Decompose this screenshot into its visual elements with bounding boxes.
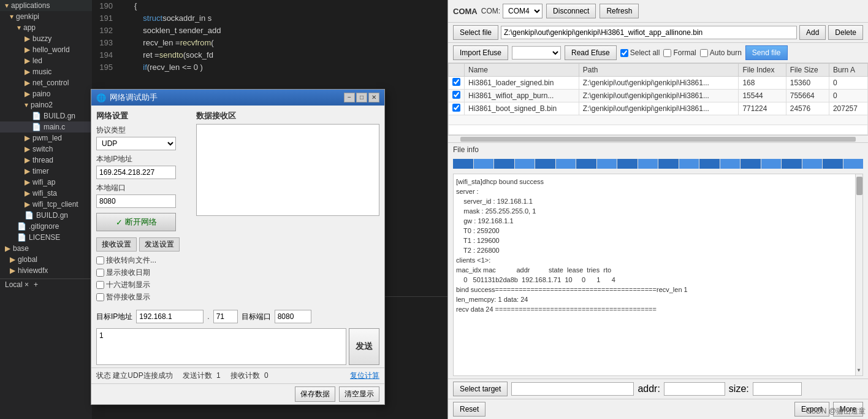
- target-ip-label: 目标IP地址: [96, 312, 132, 322]
- sidebar-item-net_control[interactable]: ▶ net_control: [0, 77, 92, 88]
- log-area[interactable]: [wifi_sta]dhcp bound success server : se…: [453, 174, 863, 376]
- file-info-section: File info: [448, 143, 868, 156]
- com-port-select[interactable]: COM4: [503, 4, 542, 18]
- hex-display-checkbox[interactable]: [96, 281, 104, 289]
- row-checkbox-1[interactable]: [452, 78, 460, 86]
- sidebar-local-tab[interactable]: Local × +: [0, 279, 92, 290]
- read-efuse-button[interactable]: Read Efuse: [565, 45, 617, 60]
- sidebar-item-build-gn-1[interactable]: 📄 BUILD.gn: [0, 110, 92, 121]
- sidebar-item-app[interactable]: ▾ app: [0, 22, 92, 33]
- sidebar-item-wifi_tcp_client[interactable]: ▶ wifi_tcp_client: [0, 199, 92, 210]
- sidebar-item-base[interactable]: ▶ base: [0, 243, 92, 254]
- progress-seg-18: [802, 159, 823, 169]
- file-path-input[interactable]: [501, 26, 797, 39]
- refresh-button[interactable]: Refresh: [600, 4, 639, 18]
- coma-file-row: Select file Add Delete: [448, 23, 868, 43]
- protocol-group: 协议类型 UDP: [96, 125, 191, 150]
- local-port-input[interactable]: [96, 194, 176, 208]
- show-date-checkbox[interactable]: [96, 269, 104, 277]
- tree-label: genkipi: [16, 12, 39, 21]
- dialog-title: 网络调试助手: [110, 92, 158, 103]
- row-checkbox-3[interactable]: [452, 104, 460, 112]
- tree-label: hiviewdfx: [18, 266, 48, 275]
- sidebar-item-build-gn-2[interactable]: 📄 BUILD.gn: [0, 210, 92, 221]
- sidebar-item-led[interactable]: ▶ led: [0, 55, 92, 66]
- send-textarea[interactable]: 1: [96, 328, 346, 365]
- row-checkbox-2[interactable]: [452, 91, 460, 99]
- sidebar-item-wifi_sta[interactable]: ▶ wifi_sta: [0, 188, 92, 199]
- efuse-path-select[interactable]: [512, 46, 561, 60]
- send-file-button[interactable]: Send file: [745, 45, 788, 60]
- log-line: [wifi_sta]dhcp bound success: [456, 177, 851, 186]
- log-line: T1 : 129600: [456, 236, 851, 245]
- import-efuse-button[interactable]: Import Efuse: [453, 45, 508, 60]
- send-button[interactable]: 发送: [349, 328, 379, 365]
- sidebar-item-timer[interactable]: ▶ timer: [0, 166, 92, 177]
- save-data-button[interactable]: 保存数据: [295, 386, 335, 402]
- sidebar-item-pwm_led[interactable]: ▶ pwm_led: [0, 133, 92, 144]
- sidebar-item-switch[interactable]: ▶ switch: [0, 144, 92, 155]
- pause-display-checkbox[interactable]: [96, 293, 104, 301]
- sidebar-item-applications[interactable]: ▾ applications: [0, 0, 92, 11]
- target-port-input[interactable]: [275, 310, 311, 323]
- sidebar-item-paino2[interactable]: ▾ paino2: [0, 99, 92, 110]
- bottom-bar: Select target addr: size:: [448, 379, 868, 399]
- hex-display-checkbox-label[interactable]: 十六进制显示: [96, 280, 191, 290]
- progress-seg-11: [658, 159, 679, 169]
- sidebar-item-global[interactable]: ▶ global: [0, 254, 92, 265]
- disconnect-button[interactable]: Disconnect: [546, 4, 596, 18]
- addr-input[interactable]: [664, 382, 725, 396]
- sidebar-item-genkipi[interactable]: ▾ genkipi: [0, 11, 92, 22]
- folder-icon: ▶: [25, 56, 30, 65]
- reset-button[interactable]: Reset: [453, 402, 485, 417]
- log-scrollbar[interactable]: ▲ ▼: [855, 174, 862, 375]
- sidebar-item-wifi_ap[interactable]: ▶ wifi_ap: [0, 177, 92, 188]
- select-target-button[interactable]: Select target: [453, 382, 508, 396]
- tab-receive-settings[interactable]: 接收设置: [96, 237, 137, 252]
- select-all-checkbox[interactable]: [620, 49, 628, 57]
- tab-send-settings[interactable]: 发送设置: [139, 237, 180, 252]
- pause-display-checkbox-label[interactable]: 暂停接收显示: [96, 292, 191, 302]
- sidebar-item-buzzy[interactable]: ▶ buzzy: [0, 33, 92, 44]
- sidebar-item-hello_world[interactable]: ▶ hello_world: [0, 44, 92, 55]
- horizontal-scrollbar[interactable]: [448, 136, 868, 143]
- redirect-file-checkbox[interactable]: [96, 256, 104, 264]
- clear-display-button[interactable]: 清空显示: [339, 386, 379, 402]
- minimize-button[interactable]: −: [344, 93, 355, 102]
- scrollbar-thumb[interactable]: [460, 137, 856, 142]
- scroll-thumb[interactable]: [856, 177, 862, 195]
- protocol-select[interactable]: UDP: [96, 137, 176, 150]
- auto-burn-checkbox-label[interactable]: Auto burn: [700, 48, 742, 57]
- target-ip-last-input[interactable]: [213, 310, 238, 323]
- target-ip-input[interactable]: [136, 310, 204, 323]
- target-value-input[interactable]: [511, 382, 634, 396]
- auto-burn-checkbox[interactable]: [700, 49, 708, 57]
- sidebar-item-license[interactable]: 📄 LICENSE: [0, 232, 92, 243]
- close-button[interactable]: ✕: [368, 93, 379, 102]
- scroll-down-arrow[interactable]: ▼: [856, 366, 862, 375]
- sidebar-item-music[interactable]: ▶ music: [0, 66, 92, 77]
- reset-count-link[interactable]: 复位计算: [350, 371, 379, 381]
- sidebar-item-main-c[interactable]: 📄 main.c: [0, 121, 92, 133]
- sidebar-item-hiviewdfx[interactable]: ▶ hiviewdfx: [0, 265, 92, 276]
- delete-button[interactable]: Delete: [828, 25, 863, 40]
- connect-button[interactable]: ✓ 断开网络: [96, 213, 176, 231]
- formal-checkbox-label[interactable]: Formal: [663, 48, 696, 57]
- log-line: server :: [456, 186, 851, 196]
- sidebar-item-gitignore[interactable]: 📄 .gitignore: [0, 221, 92, 232]
- formal-checkbox[interactable]: [663, 49, 671, 57]
- local-ip-input[interactable]: [96, 166, 176, 179]
- select-file-button[interactable]: Select file: [453, 25, 498, 40]
- tree-label: .gitignore: [29, 222, 59, 231]
- sidebar-item-thread[interactable]: ▶ thread: [0, 155, 92, 166]
- plus-icon[interactable]: +: [34, 280, 38, 289]
- restore-button[interactable]: □: [356, 93, 367, 102]
- tree-label: switch: [32, 145, 53, 153]
- sidebar-item-paino[interactable]: ▶ paino: [0, 88, 92, 99]
- add-button[interactable]: Add: [799, 25, 826, 40]
- receive-textarea[interactable]: [196, 124, 379, 216]
- size-input[interactable]: [753, 382, 802, 396]
- select-all-checkbox-label[interactable]: Select all: [620, 48, 660, 57]
- show-date-checkbox-label[interactable]: 显示接收日期: [96, 267, 191, 278]
- redirect-file-checkbox-label[interactable]: 接收转向文件...: [96, 255, 191, 266]
